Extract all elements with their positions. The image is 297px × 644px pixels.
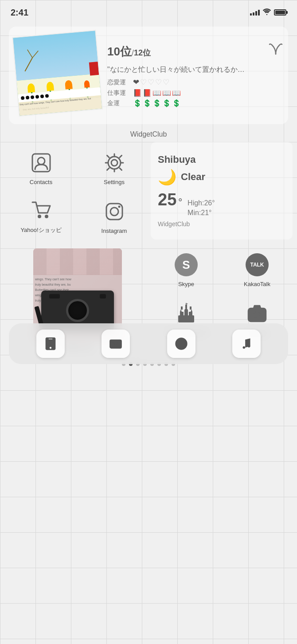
music-dock-item[interactable]: [232, 330, 261, 358]
widget-club-top-label: WidgetClub: [0, 129, 297, 142]
instagram-label: Instagram: [102, 228, 127, 234]
camera-icon: [244, 300, 270, 327]
svg-rect-21: [190, 306, 191, 310]
svg-line-3: [32, 51, 39, 58]
money-icons: 💲 💲 💲 💲 💲: [133, 99, 181, 107]
cart-icon: [28, 197, 55, 224]
kakaotalk-icon: TALK: [244, 251, 270, 278]
wifi-icon: [262, 8, 271, 17]
weather-location: Shibuya: [158, 154, 196, 165]
rank-number: 10位/12位: [107, 44, 151, 59]
castle-icon: [173, 300, 199, 327]
svg-point-28: [262, 310, 265, 312]
contacts-icon: [28, 149, 55, 176]
kakaotalk-label: KakaoTalk: [244, 281, 270, 287]
status-icons: [250, 8, 286, 17]
horoscope-image: ey ca see how wings. They can't see how …: [10, 27, 106, 124]
work-fortune-row: 仕事運 📕 📕 📖 📖 📖: [107, 89, 284, 97]
love-icons: ❤ ♡ ♡ ♡ ♡: [133, 78, 169, 87]
skype-app[interactable]: S Skype: [151, 244, 222, 293]
settings-icon: [101, 149, 128, 176]
apps-weather-section: Contacts Settings: [4, 142, 293, 240]
work-icons: 📕 📕 📖 📖 📖: [133, 89, 181, 97]
svg-point-0: [266, 14, 268, 15]
svg-line-2: [27, 49, 32, 58]
love-fortune-row: 恋愛運 ❤ ♡ ♡ ♡ ♡: [107, 78, 284, 87]
yahoo-shopping-app[interactable]: Yahoo!ショッピ: [4, 191, 78, 240]
dock: [9, 323, 288, 364]
settings-app[interactable]: Settings: [78, 142, 151, 191]
phone-dock-item[interactable]: [36, 330, 65, 358]
weather-high: High:26°: [188, 198, 215, 208]
svg-rect-15: [189, 312, 192, 317]
svg-point-7: [108, 157, 121, 169]
weather-widgetclub-label: WidgetClub: [158, 220, 190, 228]
horoscope-widget[interactable]: ey ca see how wings. They can't see how …: [9, 27, 288, 124]
svg-rect-14: [180, 312, 184, 317]
contacts-label: Contacts: [30, 179, 52, 185]
svg-rect-16: [184, 310, 188, 317]
svg-line-1: [24, 58, 34, 71]
contacts-app[interactable]: Contacts: [4, 142, 78, 191]
moon-icon: 🌙: [158, 168, 176, 186]
weather-text: Clear: [181, 171, 205, 183]
svg-marker-24: [187, 303, 188, 305]
apps-left-col: Contacts Settings: [4, 142, 151, 240]
yahoo-label: Yahoo!ショッピ: [20, 226, 61, 234]
safari-dock-item[interactable]: [167, 330, 195, 358]
kakaotalk-app[interactable]: TALK KakaoTalk: [222, 244, 293, 293]
svg-point-8: [38, 215, 41, 218]
zodiac-symbol: [268, 42, 284, 62]
signal-icon: [250, 10, 260, 16]
weather-min: Min:21°: [188, 208, 215, 218]
svg-point-11: [110, 208, 118, 216]
svg-point-5: [38, 157, 45, 165]
skype-icon: S: [173, 251, 199, 278]
fortune-description: "なにかと忙しい日々が続いて置かれるか…: [107, 64, 284, 75]
mail-dock-item[interactable]: [102, 330, 130, 358]
svg-point-6: [111, 160, 117, 166]
weather-temperature: 25 ° High:26° Min:21°: [158, 190, 215, 218]
horoscope-info: 10位/12位 "なにかと忙しい日々が続いて置かれるか… 恋愛運 ❤ ♡: [107, 42, 284, 109]
weather-widget[interactable]: Shibuya 🌙 Clear 25 ° High:26° Min:21° Wi…: [151, 142, 293, 240]
status-bar: 2:41: [0, 0, 297, 22]
money-fortune-row: 金運 💲 💲 💲 💲 💲: [107, 99, 284, 107]
skype-label: Skype: [178, 281, 194, 287]
instagram-icon: [101, 198, 128, 225]
status-time: 2:41: [11, 8, 28, 18]
settings-label: Settings: [104, 179, 125, 185]
svg-point-12: [118, 206, 120, 208]
battery-icon: [274, 9, 286, 16]
svg-rect-23: [186, 303, 187, 306]
instagram-app[interactable]: Instagram: [78, 191, 151, 240]
weather-condition: 🌙 Clear: [158, 168, 205, 186]
svg-point-9: [45, 215, 48, 218]
svg-rect-20: [181, 306, 183, 310]
svg-point-27: [255, 313, 259, 317]
